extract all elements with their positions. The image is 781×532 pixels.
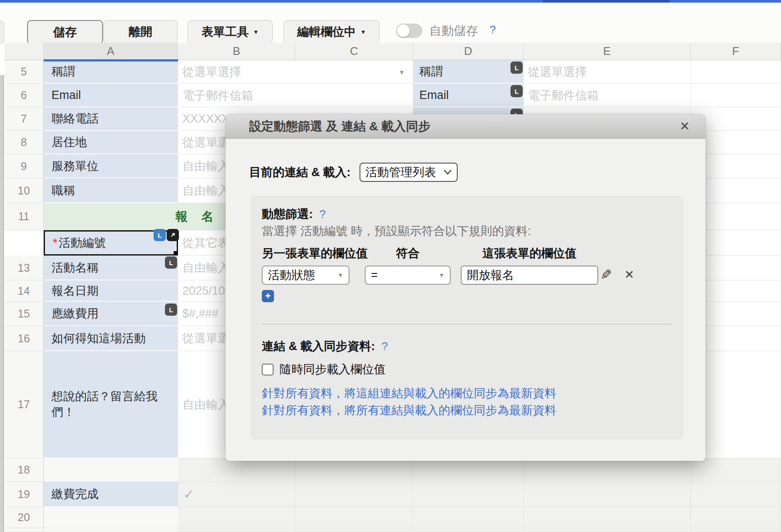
add-rule-button[interactable]: + [262, 290, 274, 302]
cell-C19[interactable] [295, 482, 413, 507]
column-header-F[interactable]: F [691, 43, 781, 60]
row-header-11[interactable]: 11 [4, 203, 44, 230]
load-badge[interactable]: L [510, 85, 523, 97]
cell-A16[interactable]: 如何得知這場活動 [44, 326, 178, 351]
selected-column-indicator [44, 59, 178, 61]
cell-F19[interactable] [691, 482, 781, 507]
cell-A10[interactable]: 職稱 [44, 178, 178, 203]
row-header-8[interactable]: 8 [4, 131, 44, 154]
cell-B5[interactable]: 從選單選擇▼ [178, 60, 413, 84]
remove-rule-icon[interactable]: ✕ [624, 268, 634, 282]
cell-A15[interactable]: 應繳費用 [44, 302, 178, 326]
cell-D18[interactable] [413, 458, 524, 482]
row-header-10[interactable]: 10 [4, 178, 44, 203]
row-header-6[interactable]: 6 [4, 84, 44, 107]
row-header-16[interactable]: 16 [4, 326, 44, 351]
autosave-help-icon[interactable]: ? [490, 23, 496, 37]
cell-D19[interactable] [413, 482, 524, 507]
selection-handle[interactable] [174, 251, 178, 256]
column-header-E[interactable]: E [524, 43, 691, 60]
cell-A-partial [44, 528, 178, 532]
column-header-A[interactable]: A [44, 43, 178, 60]
row-header-14[interactable]: 14 [4, 280, 44, 302]
operator-select[interactable]: =▼ [365, 266, 451, 285]
this-field-value-input[interactable] [461, 266, 598, 285]
dialog-title: 設定動態篩選 及 連結 & 載入同步 [249, 118, 680, 135]
cell-A20[interactable] [44, 507, 178, 528]
cell-A9[interactable]: 服務單位 [44, 154, 178, 178]
row-header-19[interactable]: 19 [4, 482, 44, 507]
cell-C18[interactable] [295, 458, 413, 482]
load-badge[interactable]: L [165, 256, 177, 269]
cell-C20[interactable] [295, 507, 413, 528]
cell-A19[interactable]: 繳費完成 [44, 482, 178, 507]
other-field-select[interactable]: 活動狀態▼ [262, 266, 349, 285]
cell-F5[interactable] [691, 60, 781, 84]
link-badge[interactable]: L [154, 229, 166, 241]
cell-E5[interactable]: 從選單選擇 [524, 60, 691, 84]
open-link-icon[interactable] [167, 229, 179, 241]
cell-F20[interactable] [691, 507, 781, 528]
clipped-button[interactable] [0, 21, 4, 44]
form-tools-button[interactable]: 表單工具▼ [188, 20, 273, 44]
row-header-5[interactable]: 5 [4, 60, 44, 84]
dialog-titlebar[interactable]: 設定動態篩選 及 連結 & 載入同步 ✕ [226, 114, 706, 139]
cell-F6[interactable] [691, 84, 781, 107]
column-header-C[interactable]: C [295, 43, 413, 60]
cell-A7[interactable]: 聯絡電話 [44, 107, 178, 131]
cell-B-partial [178, 528, 295, 532]
row-header-9[interactable]: 9 [4, 154, 44, 178]
other-sheet-field-header: 另一張表單的欄位值 [262, 246, 368, 261]
cell-D20[interactable] [413, 507, 524, 528]
cell-B20[interactable] [178, 507, 295, 528]
cell-E18[interactable] [524, 458, 691, 482]
row-header-15[interactable]: 15 [4, 302, 44, 326]
editing-field-dropdown-button[interactable]: 編輯欄位中▼ [284, 20, 380, 44]
load-badge[interactable]: L [165, 304, 177, 316]
cell-E-partial [524, 528, 691, 532]
column-header-B[interactable]: B [178, 43, 295, 60]
row-header-20[interactable]: 20 [4, 507, 44, 528]
cell-A17[interactable]: 想說的話？留言給我們！ [44, 351, 178, 458]
row-header-18[interactable]: 18 [4, 458, 44, 482]
edit-pencil-icon[interactable]: ✎ [600, 266, 612, 283]
cell-A13[interactable]: 活動名稱 [44, 256, 178, 280]
sync-checkbox[interactable] [262, 364, 274, 375]
cell-A14[interactable]: 報名日期 [44, 280, 178, 302]
save-button[interactable]: 儲存 [27, 20, 103, 44]
row-header-7[interactable]: 7 [4, 107, 44, 131]
cell-B18[interactable] [178, 458, 295, 482]
chevron-down-icon: ▼ [337, 272, 343, 279]
cell-A18[interactable] [44, 458, 178, 482]
leave-button[interactable]: 離開 [103, 20, 178, 44]
cell-A6[interactable]: Email [44, 84, 178, 107]
current-link-select[interactable]: 活動管理列表 [360, 163, 458, 182]
cell-E20[interactable] [524, 507, 691, 528]
cell-E19[interactable] [524, 482, 691, 507]
match-header: 符合 [365, 246, 451, 261]
dialog-body: 目前的連結 & 載入: 活動管理列表 動態篩選: ? 當選擇 活動編號 時，預設… [226, 139, 706, 461]
cell-A8[interactable]: 居住地 [44, 131, 178, 154]
cell-E6[interactable]: 電子郵件信箱 [524, 84, 691, 107]
cell-B19[interactable]: ✓ [178, 482, 295, 507]
link-load-settings-dialog: 設定動態篩選 及 連結 & 載入同步 ✕ 目前的連結 & 載入: 活動管理列表 … [226, 114, 706, 461]
cell-A5[interactable]: 稱謂 [44, 60, 178, 84]
cell-D5[interactable]: 稱謂 [413, 60, 524, 84]
close-icon[interactable]: ✕ [680, 119, 690, 133]
cell-F18[interactable] [691, 458, 781, 482]
sync-help-icon[interactable]: ? [382, 340, 388, 353]
load-badge[interactable]: L [510, 61, 523, 74]
autosave-toggle[interactable] [396, 24, 422, 38]
sync-all-link[interactable]: 針對所有資料，將所有連結與載入的欄位同步為最新資料 [262, 402, 556, 418]
row-header-17[interactable]: 17 [4, 351, 44, 458]
row-header-13[interactable]: 13 [4, 256, 44, 280]
cell-D6[interactable]: Email [413, 84, 524, 107]
chevron-down-icon [444, 170, 452, 175]
filter-help-icon[interactable]: ? [319, 208, 325, 221]
cell-B6[interactable]: 電子郵件信箱 [178, 84, 413, 107]
sync-this-link[interactable]: 針對所有資料，將這組連結與載入的欄位同步為最新資料 [262, 385, 556, 401]
sync-checkbox-row[interactable]: 隨時同步載入欄位值 [262, 361, 386, 377]
column-header-D[interactable]: D [413, 43, 524, 60]
filter-description: 當選擇 活動編號 時，預設顯示符合以下規則的資料: [262, 223, 531, 239]
toolbar: 儲存 離開 表單工具▼ 編輯欄位中▼ 自動儲存 ? [0, 3, 781, 43]
